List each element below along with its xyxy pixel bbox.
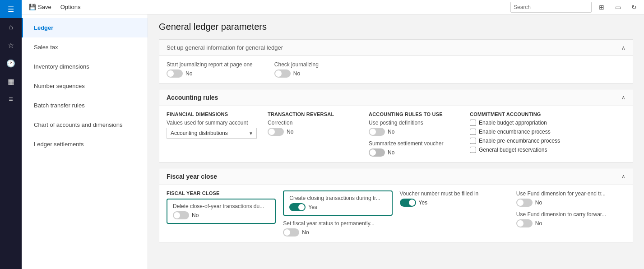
sidebar-item-chart-of-accounts[interactable]: Chart of accounts and dimensions bbox=[22, 115, 148, 134]
general-info-section: Set up general information for general l… bbox=[159, 39, 633, 83]
accounting-rules-title: Accounting rules bbox=[167, 94, 218, 101]
sidebar-item-number-sequences[interactable]: Number sequences bbox=[22, 76, 148, 96]
enable-encumbrance-row: Enable encumbrance process bbox=[470, 129, 560, 135]
check-journalizing-toggle[interactable] bbox=[274, 70, 291, 78]
use-posting-toggle-wrap: No bbox=[369, 128, 459, 136]
use-posting-toggle[interactable] bbox=[369, 128, 385, 136]
create-closing-box: Create closing transactions during tr...… bbox=[283, 190, 392, 216]
create-closing-toggle-wrap: Yes bbox=[289, 203, 386, 211]
voucher-number-toggle[interactable] bbox=[400, 199, 416, 207]
toolbar: 💾 Save Options ⊞ ▭ ↻ bbox=[22, 0, 644, 14]
sidebar-item-ledger-settlements[interactable]: Ledger settlements bbox=[22, 134, 148, 154]
use-posting-thumb bbox=[370, 129, 376, 135]
sidebar-item-ledger[interactable]: Ledger bbox=[22, 18, 148, 37]
general-info-subtitle: Set up general information for general l… bbox=[167, 44, 283, 51]
sidebar-item-batch-transfer-rules[interactable]: Batch transfer rules bbox=[22, 96, 148, 115]
general-info-collapse[interactable]: ∧ bbox=[621, 45, 625, 51]
voucher-number-col: Voucher number must be filled in Yes bbox=[400, 190, 509, 237]
use-posting-label: Use posting definitions bbox=[369, 120, 459, 126]
accounting-rules-header: Accounting rules ∧ bbox=[159, 89, 633, 106]
start-journalizing-thumb bbox=[167, 70, 174, 77]
main-area: 💾 Save Options ⊞ ▭ ↻ Ledger Sales tax In… bbox=[22, 0, 644, 269]
carry-forward-toggle-wrap: No bbox=[516, 219, 625, 227]
correction-toggle[interactable] bbox=[268, 128, 284, 136]
delete-close-value: No bbox=[192, 212, 199, 218]
start-journalizing-toggle-wrap: No bbox=[167, 70, 253, 78]
fiscal-year-close-section: Fiscal year close ∧ FISCAL YEAR CLOSE De… bbox=[159, 168, 633, 242]
correction-value: No bbox=[287, 129, 293, 135]
delete-close-toggle-wrap: No bbox=[173, 211, 269, 219]
summarize-label: Summarize settlement voucher bbox=[369, 140, 459, 147]
create-closing-thumb bbox=[298, 204, 305, 210]
check-journalizing-toggle-wrap: No bbox=[274, 70, 319, 78]
start-journalizing-value: No bbox=[185, 70, 192, 77]
accounting-rules-body: FINANCIAL DIMENSIONS Values used for sum… bbox=[159, 106, 633, 162]
nav-bar: ☰ ⌂ ☆ 🕐 ▦ ≡ bbox=[0, 0, 22, 269]
accounting-distributions-dropdown[interactable]: Accounting distributions bbox=[167, 128, 257, 139]
enable-pre-encumbrance-row: Enable pre-encumbrance process bbox=[470, 138, 560, 144]
correction-toggle-wrap: No bbox=[268, 128, 358, 136]
fiscal-year-close-col-label: FISCAL YEAR CLOSE bbox=[167, 190, 276, 196]
search-input[interactable] bbox=[510, 2, 592, 13]
delete-close-thumb bbox=[174, 212, 180, 218]
nav-icon-modules[interactable]: ≡ bbox=[0, 90, 22, 108]
general-budget-checkbox[interactable] bbox=[470, 147, 476, 153]
create-closing-col: Create closing transactions during tr...… bbox=[283, 190, 392, 237]
enable-budget-row: Enable budget appropriation bbox=[470, 120, 560, 126]
set-fiscal-label: Set fiscal year status to permanently... bbox=[283, 220, 392, 227]
start-journalizing-toggle[interactable] bbox=[167, 70, 183, 78]
top-toggle-area: Start journalizing report at page one No… bbox=[159, 56, 633, 83]
enable-encumbrance-checkbox[interactable] bbox=[470, 129, 476, 135]
nav-icon-menu[interactable]: ☰ bbox=[0, 0, 22, 18]
correction-thumb bbox=[269, 129, 275, 135]
general-info-header: Set up general information for general l… bbox=[159, 40, 633, 56]
enable-pre-encumbrance-checkbox[interactable] bbox=[470, 138, 476, 144]
save-button[interactable]: 💾 Save bbox=[25, 2, 55, 12]
nav-icon-workspaces[interactable]: ▦ bbox=[0, 72, 22, 90]
sidebar-item-sales-tax[interactable]: Sales tax bbox=[22, 37, 148, 57]
use-fund-toggle[interactable] bbox=[516, 199, 533, 207]
voucher-number-thumb bbox=[409, 199, 415, 206]
options-label: Options bbox=[60, 4, 81, 10]
fiscal-year-close-col: FISCAL YEAR CLOSE Delete close-of-year t… bbox=[167, 190, 276, 237]
page-content: General ledger parameters Set up general… bbox=[148, 14, 644, 269]
set-fiscal-toggle[interactable] bbox=[283, 228, 299, 237]
correction-label: Correction bbox=[268, 120, 358, 126]
enable-budget-checkbox[interactable] bbox=[470, 120, 476, 126]
create-closing-label: Create closing transactions during tr... bbox=[289, 195, 386, 201]
summarize-toggle[interactable] bbox=[369, 148, 385, 157]
save-label: Save bbox=[38, 4, 51, 10]
sidebar-item-inventory-dimensions[interactable]: Inventory dimensions bbox=[22, 57, 148, 76]
use-fund-toggle-wrap: No bbox=[516, 199, 625, 207]
refresh-button[interactable]: ↻ bbox=[628, 1, 640, 14]
options-button[interactable]: Options bbox=[57, 2, 84, 12]
summarize-field: Summarize settlement voucher No bbox=[369, 140, 459, 157]
check-journalizing-thumb bbox=[275, 70, 282, 77]
summarize-value: No bbox=[388, 149, 394, 156]
general-budget-label: General budget reservations bbox=[479, 147, 547, 153]
grid-view-button[interactable]: ⊞ bbox=[595, 1, 608, 14]
accounting-rules-columns: FINANCIAL DIMENSIONS Values used for sum… bbox=[167, 111, 625, 157]
accounting-rules-to-use-label: ACCOUNTING RULES TO USE bbox=[369, 111, 459, 117]
accounting-rules-section: Accounting rules ∧ FINANCIAL DIMENSIONS … bbox=[159, 89, 633, 162]
content-wrapper: Ledger Sales tax Inventory dimensions Nu… bbox=[22, 14, 644, 269]
nav-icon-home[interactable]: ⌂ bbox=[0, 18, 22, 36]
summarize-thumb bbox=[370, 149, 376, 156]
enable-encumbrance-label: Enable encumbrance process bbox=[479, 129, 551, 135]
nav-icon-favorites[interactable]: ☆ bbox=[0, 36, 22, 54]
check-journalizing-value: No bbox=[293, 70, 300, 77]
nav-icon-recent[interactable]: 🕐 bbox=[0, 54, 22, 72]
start-journalizing-label: Start journalizing report at page one bbox=[167, 61, 253, 68]
summarize-toggle-wrap: No bbox=[369, 148, 459, 157]
fiscal-year-close-collapse[interactable]: ∧ bbox=[621, 173, 625, 180]
carry-forward-field: Use Fund dimension to carry forwar... No bbox=[516, 211, 625, 227]
delete-close-toggle[interactable] bbox=[173, 211, 189, 219]
set-fiscal-value: No bbox=[302, 229, 309, 236]
accounting-rules-collapse[interactable]: ∧ bbox=[621, 94, 625, 101]
save-icon: 💾 bbox=[29, 4, 36, 10]
create-closing-toggle[interactable] bbox=[289, 203, 306, 211]
accounting-distributions-dropdown-wrap: Accounting distributions ▼ bbox=[167, 128, 257, 139]
fiscal-year-close-title: Fiscal year close bbox=[167, 173, 217, 180]
carry-forward-toggle[interactable] bbox=[516, 219, 533, 227]
panel-button[interactable]: ▭ bbox=[612, 1, 624, 14]
